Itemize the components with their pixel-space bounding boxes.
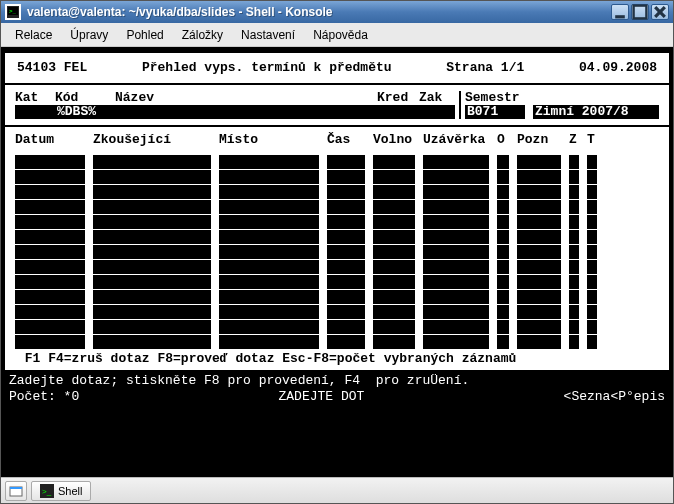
- course-code: 54103 FEL: [17, 61, 87, 75]
- data-box: Datum Zkoušející Místo Čas Volno Uzávěrk…: [5, 127, 669, 370]
- table-row[interactable]: [15, 200, 659, 214]
- cell: [93, 260, 211, 274]
- cell: [219, 245, 319, 259]
- cell: [219, 290, 319, 304]
- table-row[interactable]: [15, 290, 659, 304]
- nazev-input[interactable]: [115, 105, 377, 119]
- cell: [497, 215, 509, 229]
- cell: [93, 320, 211, 334]
- cell: [327, 275, 365, 289]
- menu-nastaveni[interactable]: Nastavení: [233, 25, 303, 45]
- cell: [423, 230, 489, 244]
- cell: [497, 335, 509, 349]
- table-row[interactable]: [15, 335, 659, 349]
- cell: [93, 185, 211, 199]
- cell: [327, 230, 365, 244]
- cell: [93, 305, 211, 319]
- svg-text:>_: >_: [42, 487, 52, 496]
- cell: [517, 245, 561, 259]
- cell: [517, 305, 561, 319]
- cell: [327, 200, 365, 214]
- zak-input[interactable]: [419, 105, 455, 119]
- cell: [219, 335, 319, 349]
- cell: [93, 170, 211, 184]
- close-button[interactable]: [651, 4, 669, 20]
- cell: [327, 290, 365, 304]
- cell: [327, 335, 365, 349]
- table-row[interactable]: [15, 320, 659, 334]
- table-row[interactable]: [15, 305, 659, 319]
- table-row[interactable]: [15, 260, 659, 274]
- cell: [373, 155, 415, 169]
- kod-input[interactable]: %DBS%: [55, 105, 115, 119]
- cell: [587, 260, 597, 274]
- cell: [373, 230, 415, 244]
- page-number: Strana 1/1: [446, 61, 524, 75]
- cell: [497, 260, 509, 274]
- status-right: <Sezna<P°epis: [564, 390, 665, 404]
- table-row[interactable]: [15, 275, 659, 289]
- cell: [497, 200, 509, 214]
- col-misto: Místo: [219, 133, 319, 147]
- kred-input[interactable]: [377, 105, 419, 119]
- new-tab-button[interactable]: [5, 481, 27, 501]
- cell: [569, 335, 579, 349]
- menu-pohled[interactable]: Pohled: [118, 25, 171, 45]
- menu-zalozky[interactable]: Záložky: [174, 25, 231, 45]
- table-row[interactable]: [15, 170, 659, 184]
- cell: [517, 230, 561, 244]
- semestr-name[interactable]: Zimní 2007/8: [533, 105, 659, 119]
- cell: [15, 335, 85, 349]
- cell: [587, 155, 597, 169]
- semestr-code[interactable]: B071: [465, 105, 525, 119]
- cell: [373, 260, 415, 274]
- cell: [327, 155, 365, 169]
- cell: [93, 155, 211, 169]
- col-z: Z: [569, 133, 579, 147]
- cell: [15, 275, 85, 289]
- tab-shell[interactable]: >_ Shell: [31, 481, 91, 501]
- table-row[interactable]: [15, 230, 659, 244]
- zak-label: Zak: [419, 91, 455, 105]
- cell: [327, 245, 365, 259]
- cell: [587, 185, 597, 199]
- col-t: T: [587, 133, 597, 147]
- table-row[interactable]: [15, 215, 659, 229]
- cell: [587, 320, 597, 334]
- cell: [569, 320, 579, 334]
- cell: [423, 200, 489, 214]
- cell: [15, 185, 85, 199]
- cell: [219, 215, 319, 229]
- cell: [517, 185, 561, 199]
- fn-key-hints: F1 F4=zruš dotaz F8=proveď dotaz Esc-F8=…: [11, 350, 663, 368]
- cell: [423, 260, 489, 274]
- cell: [423, 170, 489, 184]
- cell: [517, 200, 561, 214]
- menu-upravy[interactable]: Úpravy: [62, 25, 116, 45]
- cell: [497, 245, 509, 259]
- menu-relace[interactable]: Relace: [7, 25, 60, 45]
- cell: [15, 215, 85, 229]
- kat-input[interactable]: [15, 105, 55, 119]
- minimize-button[interactable]: [611, 4, 629, 20]
- cell: [569, 155, 579, 169]
- header-box: 54103 FEL Přehled vyps. termínů k předmě…: [5, 53, 669, 83]
- status-count: Počet: *0: [9, 390, 79, 404]
- cell: [497, 305, 509, 319]
- cell: [93, 245, 211, 259]
- menu-napoveda[interactable]: Nápověda: [305, 25, 376, 45]
- konsole-icon: >_: [5, 4, 21, 20]
- svg-rect-4: [634, 6, 647, 19]
- cell: [219, 185, 319, 199]
- menubar: Relace Úpravy Pohled Záložky Nastavení N…: [1, 23, 673, 47]
- table-row[interactable]: [15, 245, 659, 259]
- cell: [15, 155, 85, 169]
- cell: [587, 290, 597, 304]
- cell: [373, 275, 415, 289]
- cell: [497, 320, 509, 334]
- maximize-button[interactable]: [631, 4, 649, 20]
- table-row[interactable]: [15, 155, 659, 169]
- terminal-area[interactable]: 54103 FEL Přehled vyps. termínů k předmě…: [1, 47, 673, 477]
- table-row[interactable]: [15, 185, 659, 199]
- col-volno: Volno: [373, 133, 415, 147]
